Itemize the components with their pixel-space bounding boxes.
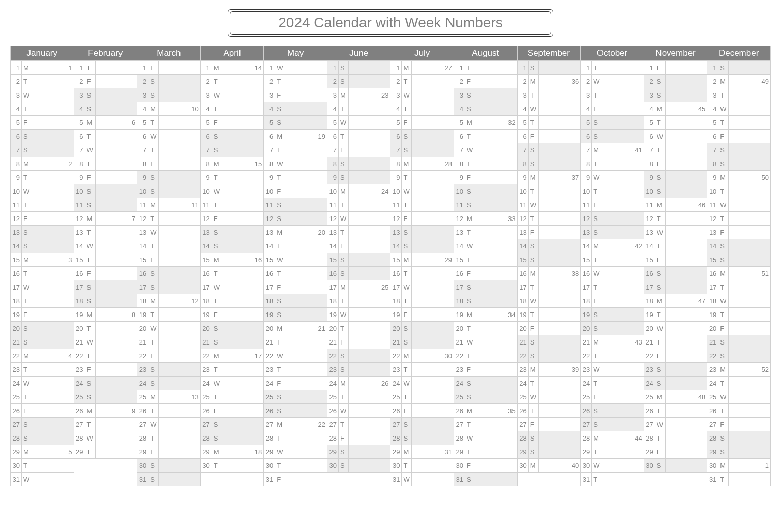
week-number <box>412 322 454 335</box>
day-row: 6W <box>137 130 200 143</box>
day-number: 20 <box>454 322 465 335</box>
day-row: 16S <box>644 267 707 280</box>
day-row: 6T <box>327 130 390 143</box>
day-of-week: S <box>148 377 159 390</box>
day-of-week: T <box>465 349 475 362</box>
week-number <box>412 377 454 390</box>
day-of-week: T <box>85 226 96 239</box>
day-of-week: F <box>529 226 539 239</box>
week-number: 7 <box>96 212 137 225</box>
week-number <box>539 88 581 102</box>
day-row: 7F <box>327 143 390 157</box>
day-row: 30W <box>581 459 644 473</box>
day-number: 16 <box>201 267 212 280</box>
day-row: 23F <box>454 363 517 377</box>
day-number: 28 <box>581 431 592 445</box>
day-number: 26 <box>11 404 22 417</box>
day-number: 9 <box>518 171 529 184</box>
day-row: 26M9 <box>74 404 137 418</box>
day-row: 1M27 <box>390 61 454 75</box>
day-row: 20S <box>390 322 454 335</box>
week-number <box>159 349 200 362</box>
day-number: 29 <box>264 445 275 458</box>
day-number: 24 <box>581 377 592 390</box>
week-number: 39 <box>539 363 581 376</box>
day-row: 20W <box>644 322 707 335</box>
week-number <box>285 239 327 253</box>
day-of-week: T <box>212 363 222 376</box>
day-row: 1S <box>327 61 390 75</box>
day-of-week: M <box>339 280 349 294</box>
day-of-week: F <box>275 280 285 294</box>
day-row: 12M7 <box>74 212 137 226</box>
day-of-week: W <box>718 198 729 211</box>
day-of-week: T <box>212 198 222 211</box>
day-row: 7S <box>518 143 581 157</box>
day-number: 7 <box>707 143 718 157</box>
week-number: 1 <box>729 459 770 472</box>
day-row: 28W <box>454 431 517 445</box>
day-of-week: M <box>148 390 159 403</box>
day-of-week: M <box>148 198 159 211</box>
day-of-week: T <box>718 308 729 321</box>
week-number: 13 <box>159 390 200 403</box>
week-number <box>159 184 200 198</box>
day-of-week: F <box>148 445 159 458</box>
day-of-week: F <box>85 171 96 184</box>
week-number <box>222 116 264 129</box>
week-number <box>666 459 707 472</box>
week-number <box>539 226 581 239</box>
day-number: 3 <box>707 88 718 102</box>
day-row: 19F <box>201 308 264 322</box>
day-row: 19F <box>390 308 454 322</box>
day-row: 24F <box>264 377 327 390</box>
day-row: 28S <box>11 431 74 445</box>
week-number: 52 <box>729 363 770 376</box>
day-row: 8M28 <box>390 157 454 171</box>
week-number <box>539 335 581 349</box>
day-of-week: S <box>85 102 96 115</box>
day-number: 31 <box>11 473 22 486</box>
day-of-week: F <box>718 418 729 431</box>
day-of-week: T <box>592 377 602 390</box>
day-of-week: F <box>718 130 729 143</box>
day-of-week: S <box>402 130 412 143</box>
day-number: 5 <box>137 116 148 129</box>
day-number: 7 <box>74 143 85 157</box>
day-row: 20T <box>454 322 517 335</box>
day-row: 15F <box>644 253 707 267</box>
day-number: 19 <box>390 308 402 321</box>
day-row: 4S <box>74 102 137 116</box>
week-number <box>539 253 581 266</box>
week-number <box>349 61 390 74</box>
day-row: 31F <box>264 473 327 486</box>
day-number: 2 <box>707 75 718 88</box>
day-number: 7 <box>390 143 402 157</box>
week-number <box>159 418 200 431</box>
day-of-week: T <box>402 294 412 307</box>
day-number: 6 <box>644 130 655 143</box>
day-number: 18 <box>327 294 339 307</box>
day-number: 30 <box>581 459 592 472</box>
month-header: November <box>644 46 707 61</box>
day-row: 27S <box>581 418 644 431</box>
week-number <box>285 267 327 280</box>
day-row: 17S <box>74 280 137 294</box>
week-number <box>32 431 74 445</box>
day-row: 10T <box>707 184 770 198</box>
day-row: 21W <box>74 335 137 349</box>
day-of-week: T <box>22 390 32 403</box>
week-number <box>475 253 517 266</box>
week-number <box>602 130 644 143</box>
week-number <box>412 184 454 198</box>
week-number <box>222 335 264 349</box>
day-number: 23 <box>644 363 655 376</box>
week-number: 24 <box>349 184 390 198</box>
week-number <box>96 157 137 170</box>
day-row: 8T <box>74 157 137 171</box>
day-number: 26 <box>201 404 212 417</box>
day-row: 20T <box>74 322 137 335</box>
day-of-week: T <box>529 308 539 321</box>
day-row: 27T <box>327 418 390 431</box>
day-number: 19 <box>11 308 22 321</box>
